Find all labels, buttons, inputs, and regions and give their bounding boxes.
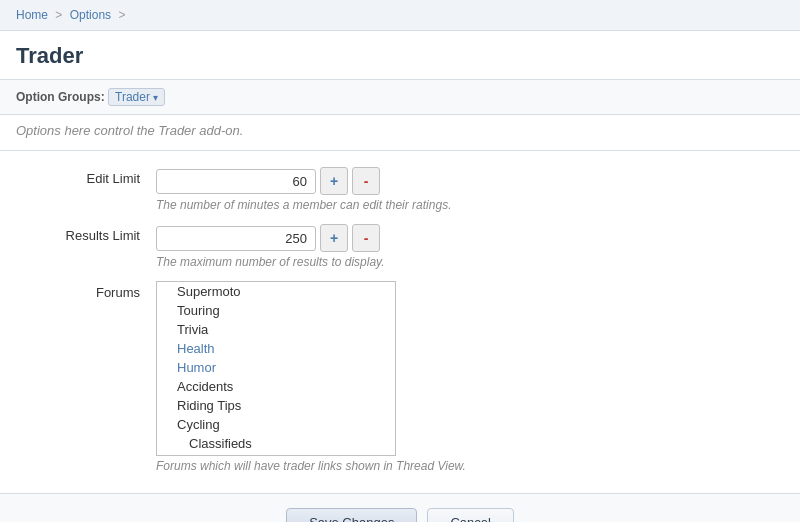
results-limit-input-row: + - <box>156 224 784 252</box>
edit-limit-input-row: + - <box>156 167 784 195</box>
option-group-label: Option Groups: <box>16 90 105 104</box>
edit-limit-row: Edit Limit + - The number of minutes a m… <box>16 167 784 212</box>
description-text: Options here control the Trader add-on. <box>0 115 800 151</box>
results-limit-input[interactable] <box>156 226 316 251</box>
results-limit-minus-button[interactable]: - <box>352 224 380 252</box>
list-item[interactable]: Accidents <box>157 377 395 396</box>
page-title: Trader <box>16 43 784 69</box>
list-item[interactable]: Health <box>157 339 395 358</box>
list-item[interactable]: Supermoto <box>157 282 395 301</box>
list-item[interactable]: Cycling <box>157 415 395 434</box>
option-group-select[interactable]: Trader ▾ <box>108 88 165 106</box>
list-item[interactable]: Classifieds <box>157 434 395 453</box>
edit-limit-input[interactable] <box>156 169 316 194</box>
list-item[interactable]: Trivia <box>157 320 395 339</box>
option-group-bar: Option Groups: Trader ▾ <box>0 80 800 115</box>
results-limit-label: Results Limit <box>16 224 156 243</box>
form-section: Edit Limit + - The number of minutes a m… <box>0 151 800 473</box>
list-item-group-header: Classifieds <box>157 453 395 456</box>
page-wrapper: Home > Options > Trader Option Groups: T… <box>0 0 800 522</box>
edit-limit-plus-button[interactable]: + <box>320 167 348 195</box>
results-limit-hint: The maximum number of results to display… <box>156 255 784 269</box>
forums-label: Forums <box>16 281 156 300</box>
forums-listbox[interactable]: Supermoto Touring Trivia Health Humor Ac… <box>156 281 396 456</box>
forums-control-group: Supermoto Touring Trivia Health Humor Ac… <box>156 281 784 473</box>
option-group-selected: Trader <box>115 90 150 104</box>
chevron-down-icon: ▾ <box>153 92 158 103</box>
breadcrumb: Home > Options > <box>0 0 800 31</box>
breadcrumb-sep2: > <box>118 8 125 22</box>
breadcrumb-home[interactable]: Home <box>16 8 48 22</box>
list-item[interactable]: Riding Tips <box>157 396 395 415</box>
forums-row: Forums Supermoto Touring Trivia Health H… <box>16 281 784 473</box>
breadcrumb-options[interactable]: Options <box>70 8 111 22</box>
cancel-button[interactable]: Cancel <box>427 508 513 522</box>
results-limit-control-group: + - The maximum number of results to dis… <box>156 224 784 269</box>
footer-bar: Save Changes Cancel <box>0 493 800 522</box>
list-item[interactable]: Humor <box>157 358 395 377</box>
save-button[interactable]: Save Changes <box>286 508 417 522</box>
edit-limit-label: Edit Limit <box>16 167 156 186</box>
page-header: Trader <box>0 31 800 80</box>
results-limit-plus-button[interactable]: + <box>320 224 348 252</box>
results-limit-row: Results Limit + - The maximum number of … <box>16 224 784 269</box>
breadcrumb-sep1: > <box>55 8 62 22</box>
edit-limit-control-group: + - The number of minutes a member can e… <box>156 167 784 212</box>
forums-hint: Forums which will have trader links show… <box>156 459 784 473</box>
list-item[interactable]: Touring <box>157 301 395 320</box>
edit-limit-hint: The number of minutes a member can edit … <box>156 198 784 212</box>
edit-limit-minus-button[interactable]: - <box>352 167 380 195</box>
